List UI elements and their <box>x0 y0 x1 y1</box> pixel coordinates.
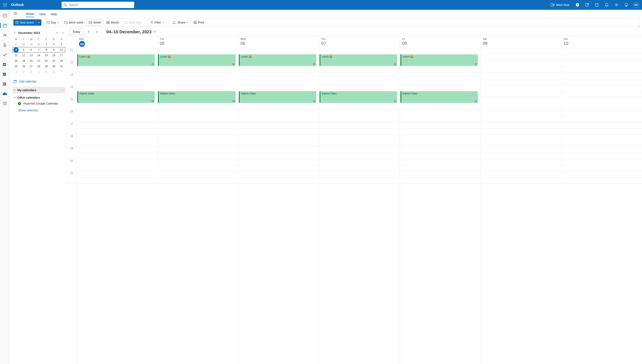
mini-day[interactable]: 29 <box>29 42 34 47</box>
filter-button[interactable]: Filter <box>148 19 166 26</box>
time-slot[interactable] <box>77 171 157 184</box>
rail-word[interactable]: W <box>2 62 8 68</box>
time-slot[interactable] <box>400 73 480 85</box>
time-slot[interactable] <box>238 73 319 85</box>
time-slot[interactable] <box>319 122 400 134</box>
mini-day[interactable]: 13 <box>29 53 34 58</box>
time-slot[interactable] <box>319 171 400 184</box>
mini-day[interactable]: 6 <box>51 69 57 75</box>
day-column[interactable]: Tue05Lunch 🍪Improv Class <box>158 36 238 364</box>
day-column[interactable]: Thu07Lunch 🍪Improv Class <box>319 36 400 364</box>
today-button[interactable]: Today <box>69 29 83 35</box>
meet-now-button[interactable]: Meet Now <box>548 3 572 6</box>
mini-day[interactable]: 10 <box>59 47 64 52</box>
time-slot[interactable] <box>238 134 319 146</box>
time-slot[interactable] <box>481 60 561 73</box>
time-slot[interactable] <box>561 171 642 184</box>
time-slot[interactable] <box>561 146 642 159</box>
next-month[interactable] <box>61 30 65 35</box>
mini-day[interactable]: 27 <box>13 42 19 47</box>
new-event-dropdown[interactable] <box>36 19 41 26</box>
day-column[interactable]: Fri08Lunch 🍪Improv Class <box>400 36 481 364</box>
time-slot[interactable] <box>77 146 157 159</box>
time-slot[interactable] <box>158 110 238 122</box>
mini-day[interactable]: 19 <box>21 58 26 64</box>
mini-day[interactable]: 26 <box>21 64 26 69</box>
rail-powerpoint[interactable]: P <box>2 81 8 87</box>
rail-onedrive[interactable] <box>2 91 8 97</box>
mini-day[interactable]: 14 <box>36 53 41 58</box>
prev-week[interactable] <box>86 29 92 35</box>
teams-button[interactable] <box>583 0 591 10</box>
time-slot[interactable] <box>238 159 319 171</box>
time-slot[interactable] <box>400 122 480 134</box>
account-avatar[interactable]: OD <box>633 2 639 8</box>
calendar-item-google[interactable]: Imported Google Calendar <box>12 100 65 106</box>
time-slot[interactable] <box>400 110 480 122</box>
mini-day[interactable]: 18 <box>13 58 19 64</box>
nav-toggle[interactable] <box>14 10 20 16</box>
mini-day[interactable]: 11 <box>13 53 19 58</box>
time-slot[interactable] <box>158 171 238 184</box>
event-improv[interactable]: Improv Class <box>77 91 155 103</box>
mini-day[interactable]: 2 <box>21 69 26 75</box>
month-collapse[interactable] <box>12 30 17 35</box>
mini-day[interactable]: 2 <box>51 42 57 47</box>
mini-day[interactable]: 30 <box>51 64 57 69</box>
time-slot[interactable] <box>561 60 642 73</box>
mini-day[interactable]: 8 <box>44 47 49 52</box>
time-slot[interactable] <box>481 110 561 122</box>
time-slot[interactable] <box>481 85 561 97</box>
time-slot[interactable] <box>77 159 157 171</box>
day-column[interactable]: Sun10 <box>561 36 642 364</box>
mini-day[interactable]: 24 <box>59 58 64 64</box>
add-calendar-button[interactable]: Add calendar <box>12 78 65 85</box>
time-slot[interactable] <box>77 73 157 85</box>
rail-mail[interactable] <box>2 13 8 19</box>
mini-day[interactable]: 28 <box>21 42 26 47</box>
mini-day[interactable]: 7 <box>36 47 41 52</box>
time-slot[interactable] <box>319 73 400 85</box>
time-slot[interactable] <box>400 134 480 146</box>
time-slot[interactable] <box>319 159 400 171</box>
skype-button[interactable]: S <box>573 0 582 10</box>
time-slot[interactable] <box>158 122 238 134</box>
time-slot[interactable] <box>481 171 561 184</box>
time-slot[interactable] <box>77 122 157 134</box>
share-button[interactable]: Share <box>171 19 190 26</box>
rail-people[interactable] <box>2 32 8 38</box>
mini-day[interactable]: 3 <box>59 42 64 47</box>
mini-day[interactable]: 15 <box>44 53 49 58</box>
new-event-button[interactable]: New event <box>13 19 36 26</box>
view-workweek-button[interactable]: Work week <box>62 19 86 26</box>
ribbon-expand[interactable] <box>638 26 640 27</box>
day-column[interactable]: Sat09 <box>481 36 561 364</box>
mini-day[interactable]: 5 <box>21 47 26 52</box>
time-slot[interactable] <box>561 48 642 60</box>
rail-excel[interactable]: X <box>2 71 8 77</box>
time-slot[interactable] <box>561 97 642 110</box>
day-column[interactable]: Wed06Lunch 🍪Improv Class <box>238 36 319 364</box>
time-slot[interactable] <box>238 171 319 184</box>
time-slot[interactable] <box>481 48 561 60</box>
view-month-button[interactable]: Month <box>104 19 121 26</box>
event-lunch[interactable]: Lunch 🍪 <box>158 54 235 66</box>
view-week-button[interactable]: Week <box>86 19 103 26</box>
other-calendars-group[interactable]: Other calendars <box>12 94 65 100</box>
event-lunch[interactable]: Lunch 🍪 <box>319 54 397 66</box>
time-slot[interactable] <box>400 146 480 159</box>
rail-more-apps[interactable] <box>2 100 8 106</box>
app-launcher[interactable] <box>2 2 9 8</box>
tab-view[interactable]: View <box>39 11 46 17</box>
tab-home[interactable]: Home <box>26 11 34 17</box>
event-improv[interactable]: Improv Class <box>158 91 235 103</box>
time-slot[interactable] <box>481 146 561 159</box>
time-slot[interactable] <box>481 97 561 110</box>
mini-day[interactable]: 4 <box>13 47 19 52</box>
mini-day[interactable]: 23 <box>51 58 57 64</box>
mini-day[interactable]: 25 <box>13 64 19 69</box>
mini-day[interactable]: 31 <box>59 64 64 69</box>
time-slot[interactable] <box>158 159 238 171</box>
time-slot[interactable] <box>481 122 561 134</box>
event-lunch[interactable]: Lunch 🍪 <box>400 54 478 66</box>
